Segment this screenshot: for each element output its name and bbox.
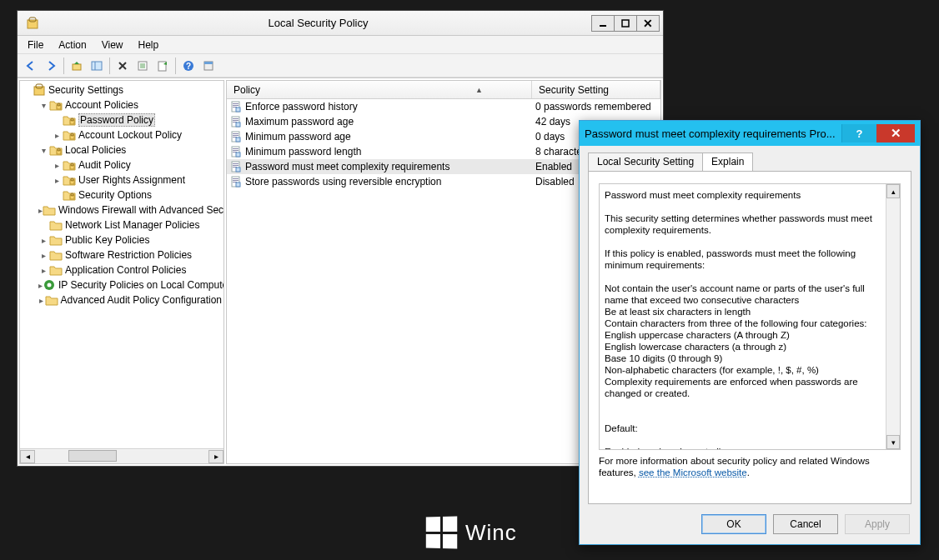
tree-horizontal-scrollbar[interactable]: ◂ ▸ (20, 448, 223, 463)
scroll-left-icon[interactable]: ◂ (20, 450, 35, 463)
twisty-icon[interactable]: ▾ (38, 146, 49, 155)
policy-doc-icon (230, 146, 242, 158)
column-setting-label: Security Setting (539, 84, 609, 96)
tab-local-security-setting[interactable]: Local Security Setting (588, 152, 703, 171)
tree-item[interactable]: ▸Advanced Audit Policy Configuration (22, 292, 222, 308)
folder-policy-icon (63, 113, 76, 127)
policy-name: Minimum password length (245, 146, 361, 158)
folder-policy-icon (63, 128, 76, 142)
windows-brand: Winc (425, 517, 517, 548)
scrollbar-thumb[interactable] (68, 450, 117, 462)
tree-item[interactable]: ▾Account Policies (22, 98, 222, 112)
tree-item[interactable]: ▸Windows Firewall with Advanced Secu (22, 202, 222, 218)
menu-action[interactable]: Action (52, 38, 93, 52)
scroll-down-icon[interactable]: ▾ (886, 435, 900, 449)
twisty-icon[interactable]: ▸ (38, 296, 45, 305)
tree-item[interactable]: ▸IP Security Policies on Local Compute (22, 278, 222, 292)
policy-doc-icon (230, 101, 242, 112)
title-bar[interactable]: Local Security Policy ✕ (18, 11, 663, 36)
column-policy[interactable]: Policy ▲ (227, 81, 532, 98)
more-info-suffix: . (747, 468, 750, 478)
twisty-icon[interactable]: ▾ (38, 101, 49, 110)
back-icon[interactable] (22, 57, 40, 75)
twisty-icon[interactable]: ▸ (52, 176, 63, 185)
svg-rect-57 (233, 178, 239, 179)
tree-item[interactable]: Security Options (22, 188, 222, 202)
twisty-icon[interactable]: ▸ (38, 236, 49, 245)
menu-bar: File Action View Help (18, 36, 663, 54)
tree-item[interactable]: ▸Account Lockout Policy (22, 128, 222, 142)
tree-item[interactable]: ▸Software Restriction Policies (22, 248, 222, 262)
svg-rect-50 (236, 152, 240, 157)
folder-icon (49, 233, 63, 247)
close-button[interactable]: ✕ (636, 15, 660, 32)
dialog-close-button[interactable]: ✕ (876, 124, 915, 142)
toolbar: ? (18, 54, 663, 78)
scroll-right-icon[interactable]: ▸ (208, 450, 223, 463)
column-security-setting[interactable]: Security Setting (532, 81, 660, 98)
properties-icon[interactable] (199, 57, 218, 75)
tree-item-label: Network List Manager Policies (65, 219, 199, 231)
tab-strip: Local Security Setting Explain (588, 152, 911, 171)
tree-item-label: Password Policy (78, 113, 155, 127)
sort-indicator-icon: ▲ (475, 86, 525, 94)
svg-rect-37 (233, 118, 239, 119)
tree-item[interactable]: ▸Application Control Policies (22, 262, 222, 278)
tree-item[interactable]: Password Policy (22, 112, 222, 128)
policy-doc-icon (230, 131, 242, 142)
minimize-button[interactable] (591, 15, 615, 32)
export-icon[interactable] (153, 57, 172, 75)
menu-file[interactable]: File (21, 38, 50, 52)
svg-rect-48 (233, 150, 239, 151)
tree-item[interactable]: ▸Public Key Policies (22, 232, 222, 248)
tree-item-label: Account Lockout Policy (78, 129, 182, 141)
security-settings-icon (33, 83, 46, 97)
refresh-icon[interactable] (133, 57, 152, 75)
tree-item-label: Application Control Policies (65, 264, 186, 276)
up-icon[interactable] (68, 57, 86, 75)
twisty-icon[interactable]: ▸ (52, 131, 63, 140)
svg-rect-4 (73, 64, 81, 70)
twisty-icon[interactable]: ▸ (38, 266, 49, 275)
list-header[interactable]: Policy ▲ Security Setting (227, 81, 660, 99)
tree-item[interactable]: ▸User Rights Assignment (22, 172, 222, 188)
policy-name: Maximum password age (245, 116, 354, 128)
policy-name: Minimum password age (245, 131, 351, 142)
tab-explain[interactable]: Explain (702, 152, 753, 171)
menu-view[interactable]: View (95, 38, 130, 52)
tree-item-label: Local Policies (65, 144, 126, 156)
tree-item-label: Security Options (78, 189, 152, 201)
tree-item-label: Account Policies (65, 99, 138, 111)
tree-item[interactable]: ▾Local Policies (22, 142, 222, 158)
svg-rect-55 (236, 168, 240, 172)
maximize-button[interactable] (614, 15, 637, 32)
twisty-icon[interactable]: ▸ (52, 161, 63, 170)
microsoft-website-link[interactable]: see the Microsoft website (639, 468, 747, 478)
policy-row[interactable]: Enforce password history0 passwords reme… (227, 99, 660, 114)
explain-textbox[interactable]: Password must meet complexity requiremen… (599, 183, 901, 450)
svg-rect-58 (233, 180, 239, 181)
dialog-title-bar[interactable]: Password must meet complexity requiremen… (580, 121, 920, 146)
cancel-button[interactable]: Cancel (773, 514, 838, 534)
tree-item[interactable]: Network List Manager Policies (22, 218, 222, 232)
delete-icon[interactable] (113, 57, 132, 75)
vertical-scrollbar[interactable]: ▴ ▾ (886, 184, 900, 449)
scroll-up-icon[interactable]: ▴ (886, 184, 900, 198)
svg-text:?: ? (186, 62, 191, 71)
apply-button[interactable]: Apply (845, 514, 910, 534)
svg-point-30 (48, 283, 52, 288)
show-hide-tree-icon[interactable] (88, 57, 106, 75)
svg-rect-32 (233, 103, 239, 104)
tree-body[interactable]: Security Settings▾Account PoliciesPasswo… (20, 81, 223, 448)
menu-help[interactable]: Help (132, 38, 166, 52)
twisty-icon[interactable]: ▸ (38, 251, 49, 260)
forward-icon[interactable] (42, 57, 60, 75)
tree-item[interactable]: ▸Audit Policy (22, 158, 222, 172)
dialog-help-button[interactable]: ? (841, 124, 876, 142)
tree-item-label: Public Key Policies (65, 234, 149, 246)
explain-text: Password must meet complexity requiremen… (605, 189, 895, 450)
ok-button[interactable]: OK (701, 514, 766, 534)
tab-content: Password must meet complexity requiremen… (588, 171, 911, 504)
help-icon[interactable]: ? (179, 57, 198, 75)
tree-root[interactable]: Security Settings (22, 82, 222, 98)
